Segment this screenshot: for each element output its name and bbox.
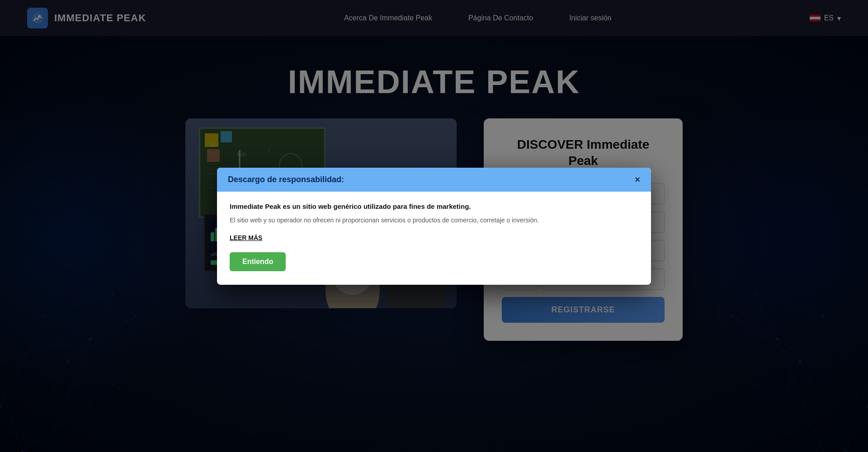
disclaimer-main-text: Immediate Peak es un sitio web genérico … (230, 202, 638, 210)
disclaimer-title: Descargo de responsabilidad: (228, 175, 344, 184)
disclaimer-accept-button[interactable]: Entiendo (230, 252, 286, 271)
disclaimer-popup: Descargo de responsabilidad: × Immediate… (217, 168, 651, 285)
disclaimer-overlay: Descargo de responsabilidad: × Immediate… (0, 0, 868, 452)
disclaimer-read-more-link[interactable]: LEER MÁS (230, 234, 638, 241)
disclaimer-body: Immediate Peak es un sitio web genérico … (217, 192, 651, 285)
disclaimer-header: Descargo de responsabilidad: × (217, 168, 651, 192)
disclaimer-sub-text: El sitio web y su operador no ofrecen ni… (230, 216, 638, 225)
disclaimer-close-button[interactable]: × (635, 175, 640, 184)
